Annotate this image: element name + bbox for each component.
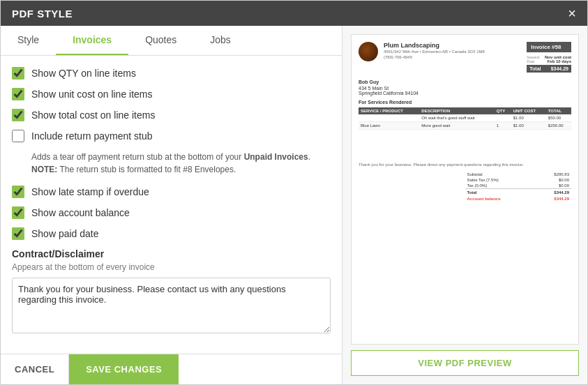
- modal-body: Style Invoices Quotes Jobs Show QTY on l…: [1, 26, 587, 384]
- show-paid-date-label[interactable]: Show paid date: [31, 228, 99, 239]
- right-panel: Plum Landscaping 4561/342 56th Ave • Edm…: [342, 26, 587, 384]
- include-return-stub-label[interactable]: Include return payment stub: [31, 130, 153, 142]
- col-service: SERVICE / PRODUCT: [359, 107, 419, 114]
- show-account-balance-label[interactable]: Show account balance: [31, 207, 130, 218]
- company-phone: (780) 706-4945: [384, 54, 485, 60]
- show-total-cost-checkbox[interactable]: [12, 109, 24, 121]
- table-row: Oh wait that's good stuff wait $1.00 $50…: [359, 114, 571, 122]
- tab-jobs[interactable]: Jobs: [193, 26, 248, 55]
- invoice-preview: Plum Landscaping 4561/342 56th Ave • Edm…: [352, 35, 578, 344]
- show-qty-label[interactable]: Show QTY on line items: [31, 68, 136, 79]
- options-panel: Show QTY on line items Show unit cost on…: [1, 56, 342, 354]
- show-paid-date-checkbox[interactable]: [12, 227, 24, 240]
- invoice-title-bar: Invoice #58: [527, 42, 571, 52]
- contract-title: Contract/Disclaimer: [12, 248, 331, 259]
- show-total-cost-label[interactable]: Show total cost on line items: [31, 110, 155, 121]
- left-panel: Style Invoices Quotes Jobs Show QTY on l…: [1, 26, 342, 384]
- show-account-balance-checkbox[interactable]: [12, 206, 24, 219]
- footer-buttons: CANCEL SAVE CHANGES: [1, 354, 342, 384]
- save-changes-button[interactable]: SAVE CHANGES: [69, 354, 179, 384]
- checkbox-row-account-balance: Show account balance: [12, 206, 331, 219]
- tabs-bar: Style Invoices Quotes Jobs: [1, 26, 342, 56]
- close-button[interactable]: ×: [568, 6, 576, 20]
- company-name: Plum Landscaping: [384, 42, 485, 49]
- show-late-stamp-checkbox[interactable]: [12, 186, 24, 198]
- stub-note-label: NOTE:: [31, 165, 57, 174]
- col-total: TOTAL: [546, 107, 571, 114]
- show-unit-cost-label[interactable]: Show unit cost on line items: [31, 89, 153, 100]
- pdf-style-modal: PDF STYLE × Style Invoices Quotes Jobs S…: [0, 0, 588, 385]
- col-unit-cost: UNIT COST: [511, 107, 546, 114]
- table-row: Blue Lawn More good wait 1 $1.00 $250.00: [359, 122, 571, 130]
- stub-note-text: The return stub is formatted to fit #8 E…: [57, 165, 236, 174]
- checkbox-row-total-cost: Show total cost on line items: [12, 109, 331, 121]
- modal-header: PDF STYLE ×: [1, 1, 587, 26]
- show-qty-checkbox[interactable]: [12, 67, 24, 80]
- bill-to: Bob Guy 434 5 Main St Springfield Califo…: [359, 80, 571, 96]
- cancel-button[interactable]: CANCEL: [1, 354, 69, 384]
- view-pdf-preview-button[interactable]: VIEW PDF PREVIEW: [351, 350, 579, 376]
- stub-note-main: Adds a tear off payment return stub at t…: [31, 152, 244, 162]
- checkbox-row-late-stamp: Show late stamp if overdue: [12, 186, 331, 198]
- contract-message-textarea[interactable]: Thank you for your business. Please cont…: [12, 278, 331, 333]
- company-logo: [359, 42, 378, 61]
- invoice-total-bar: Total $344.29: [527, 65, 571, 73]
- include-return-stub-checkbox[interactable]: [12, 130, 24, 142]
- company-address: 4561/342 56th Ave • Edmonton AB • Canada…: [384, 49, 485, 54]
- show-unit-cost-checkbox[interactable]: [12, 88, 24, 100]
- stub-note-bold: Unpaid Invoices: [244, 152, 308, 162]
- contract-subtitle: Appears at the bottom of every invoice: [12, 262, 331, 272]
- invoice-preview-container: Plum Landscaping 4561/342 56th Ave • Edm…: [351, 34, 579, 345]
- tab-invoices[interactable]: Invoices: [56, 26, 128, 55]
- show-late-stamp-label[interactable]: Show late stamp if overdue: [31, 186, 149, 197]
- tab-quotes[interactable]: Quotes: [128, 26, 193, 55]
- checkbox-row-return-stub: Include return payment stub: [12, 130, 331, 142]
- checkbox-row-unit-cost: Show unit cost on line items: [12, 88, 331, 100]
- tab-style[interactable]: Style: [1, 26, 56, 55]
- col-description: DESCRIPTION: [419, 107, 495, 114]
- invoice-notes: Thank you for your business. Please dire…: [359, 162, 571, 167]
- col-qty: QTY: [495, 107, 511, 114]
- invoice-table: SERVICE / PRODUCT DESCRIPTION QTY UNIT C…: [359, 107, 571, 130]
- invoice-totals: Subtotal$295.83 Sales Tax (7.5%)$0.00 Ta…: [465, 172, 572, 202]
- services-title: For Services Rendered: [359, 100, 571, 105]
- checkbox-row-paid-date: Show paid date: [12, 227, 331, 240]
- stub-note: Adds a tear off payment return stub at t…: [31, 151, 331, 176]
- checkbox-row-show-qty: Show QTY on line items: [12, 67, 331, 80]
- modal-title: PDF STYLE: [12, 8, 73, 20]
